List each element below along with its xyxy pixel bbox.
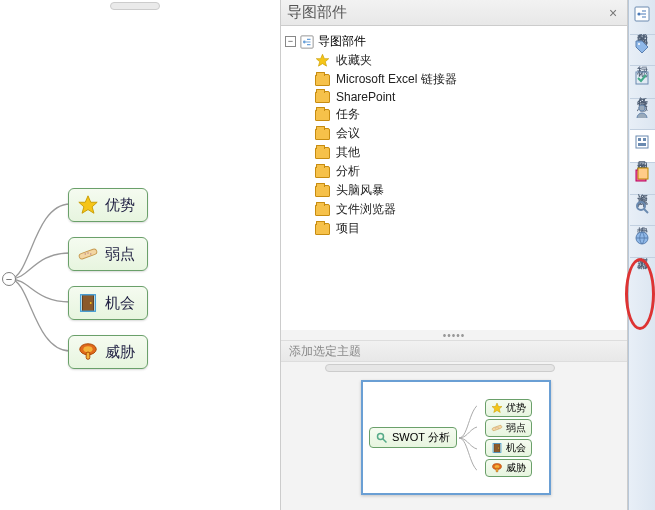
tab-label: 资源库 [637, 185, 648, 188]
svg-point-23 [498, 447, 499, 448]
svg-point-19 [496, 427, 497, 428]
bandage-icon [491, 422, 503, 434]
panel-title: 导图部件 [287, 3, 605, 22]
tab-label: 任务信息 [637, 88, 648, 92]
side-tab-map[interactable]: 我的导图 [630, 2, 655, 35]
svg-point-9 [83, 346, 92, 352]
svg-point-4 [90, 253, 91, 254]
side-tab-component[interactable]: 导图部件 [630, 130, 655, 163]
panel-header: 导图部件 × [281, 0, 627, 26]
add-selected-topic-button[interactable]: 添加选定主题 [281, 340, 627, 362]
svg-point-3 [87, 252, 88, 253]
tree-item[interactable]: 会议 [315, 124, 623, 143]
preview-child-node: 机会 [485, 439, 532, 457]
tree-item[interactable]: SharePoint [315, 89, 623, 105]
svg-point-18 [495, 427, 496, 428]
tree-item-label: 会议 [336, 125, 360, 142]
svg-rect-30 [636, 72, 648, 84]
side-tab-library[interactable]: 资源库 [630, 163, 655, 195]
node-label: 威胁 [105, 343, 135, 362]
svg-point-28 [637, 12, 640, 15]
task-icon [634, 70, 650, 86]
search-icon [634, 199, 650, 215]
folder-icon [315, 185, 330, 197]
door-icon [77, 292, 99, 314]
tree-root-label: 导图部件 [318, 33, 366, 50]
tab-label: 资源 [637, 121, 648, 123]
tree-item-label: 头脑风暴 [336, 182, 384, 199]
side-tab-person[interactable]: 资源 [630, 99, 655, 130]
tree-item-label: 收藏夹 [336, 52, 372, 69]
tree-item[interactable]: Microsoft Excel 链接器 [315, 70, 623, 89]
tree-item[interactable]: 其他 [315, 143, 623, 162]
tree-item[interactable]: 头脑风暴 [315, 181, 623, 200]
svg-point-20 [498, 427, 499, 428]
tree-item[interactable]: 分析 [315, 162, 623, 181]
svg-rect-26 [496, 468, 498, 472]
tree-item[interactable]: 收藏夹 [315, 51, 623, 70]
tree-item-label: 分析 [336, 163, 360, 180]
svg-rect-5 [83, 295, 94, 312]
close-icon[interactable]: × [605, 5, 621, 21]
mindmap-node[interactable]: 优势 [68, 188, 148, 222]
side-tab-browser[interactable]: 浏览器 [630, 226, 655, 258]
tree-item[interactable]: 任务 [315, 105, 623, 124]
folder-icon [315, 223, 330, 235]
scrollbar-horizontal[interactable] [325, 364, 555, 372]
folder-icon [315, 166, 330, 178]
preview-map[interactable]: SWOT 分析 优势弱点机会威胁 [361, 380, 551, 495]
svg-point-29 [638, 43, 640, 45]
node-label: 优势 [105, 196, 135, 215]
node-label: 机会 [105, 294, 135, 313]
bandage-icon [77, 243, 99, 265]
folder-icon [315, 128, 330, 140]
svg-rect-21 [494, 443, 500, 452]
svg-point-25 [494, 464, 499, 467]
svg-rect-37 [638, 168, 648, 179]
side-tab-search[interactable]: 搜索 [630, 195, 655, 226]
svg-point-7 [90, 302, 92, 304]
folder-icon [315, 109, 330, 121]
star-icon [491, 402, 503, 414]
svg-rect-10 [86, 352, 90, 359]
svg-point-2 [85, 253, 86, 254]
svg-line-39 [644, 209, 648, 213]
side-tab-task[interactable]: 任务信息 [630, 66, 655, 99]
mindmap-canvas[interactable]: − 优势弱点机会威胁 [0, 0, 280, 510]
tab-label: 搜索 [637, 217, 648, 219]
tree-item[interactable]: 项目 [315, 219, 623, 238]
tree-item-label: 其他 [336, 144, 360, 161]
tree-item-label: 项目 [336, 220, 360, 237]
parts-tree[interactable]: − 导图部件 收藏夹Microsoft Excel 链接器SharePoint任… [281, 26, 627, 330]
tree-item[interactable]: 文件浏览器 [315, 200, 623, 219]
collapse-toggle[interactable]: − [2, 272, 16, 286]
scrollbar-horizontal[interactable] [110, 2, 160, 10]
side-tab-tag[interactable]: 标记 [630, 35, 655, 66]
svg-rect-35 [638, 143, 646, 146]
splitter-handle[interactable]: ••••• [281, 330, 627, 340]
tab-label: 浏览器 [637, 248, 648, 251]
magnifier-icon [376, 432, 388, 444]
star-icon [315, 53, 330, 68]
connector-lines [457, 393, 477, 483]
tab-label: 标记 [637, 57, 648, 59]
mapfile-icon [300, 35, 314, 49]
tree-item-label: 文件浏览器 [336, 201, 396, 218]
svg-rect-17 [492, 424, 502, 430]
svg-point-14 [378, 433, 384, 439]
tree-toggle-icon[interactable]: − [285, 36, 296, 47]
folder-icon [315, 147, 330, 159]
mindmap-node[interactable]: 弱点 [68, 237, 148, 271]
mindmap-node[interactable]: 威胁 [68, 335, 148, 369]
mushroom-icon [77, 341, 99, 363]
map-parts-panel: 导图部件 × − 导图部件 收藏夹Microsoft Excel 链接器Shar… [280, 0, 628, 510]
mindmap-node[interactable]: 机会 [68, 286, 148, 320]
person-icon [634, 103, 650, 119]
tree-item-label: Microsoft Excel 链接器 [336, 71, 457, 88]
tree-item-label: SharePoint [336, 90, 395, 104]
component-icon [634, 134, 650, 150]
svg-marker-16 [492, 403, 502, 413]
tree-root[interactable]: − 导图部件 [285, 32, 623, 51]
svg-rect-1 [78, 248, 97, 259]
svg-point-38 [637, 202, 645, 210]
